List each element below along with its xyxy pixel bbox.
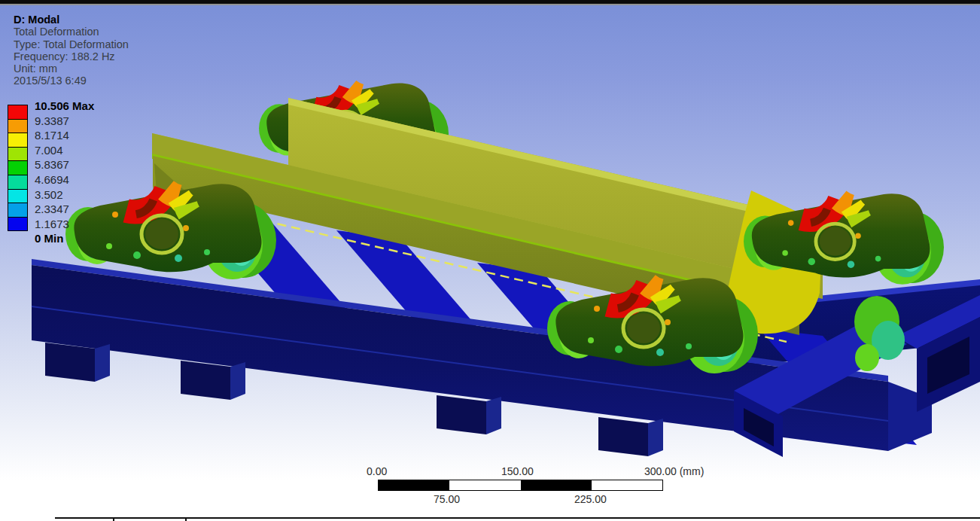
ruler-segment <box>521 480 592 490</box>
result-datetime: 2015/5/13 6:49 <box>14 75 129 87</box>
legend-min-label: 0 Min <box>35 232 125 245</box>
legend-swatch <box>8 133 28 148</box>
legend-label: 7.004 <box>35 144 125 157</box>
legend-label: 3.502 <box>35 188 125 202</box>
result-frequency: Frequency: 188.2 Hz <box>14 50 129 62</box>
legend-swatch <box>8 189 28 204</box>
legend-label: 2.3347 <box>35 203 125 216</box>
result-annotation: D: Modal Total Deformation Type: Total D… <box>14 14 129 87</box>
ruler-label-150: 150.00 <box>501 465 534 477</box>
window-top-bar-divider <box>0 4 980 5</box>
result-type: Type: Total Deformation <box>14 38 129 50</box>
legend-label: 9.3387 <box>35 114 125 128</box>
ruler-bar <box>378 480 663 491</box>
bottom-table-border <box>55 517 980 521</box>
model-3d-scene[interactable] <box>0 5 980 521</box>
legend-swatch <box>8 119 28 134</box>
ruler-label-225: 225.00 <box>574 493 607 505</box>
legend-swatch <box>8 147 28 162</box>
ruler-segment <box>379 480 449 490</box>
ruler-label-75: 75.00 <box>434 493 460 505</box>
ruler-segment <box>592 480 662 490</box>
ruler-segment <box>449 480 520 490</box>
legend-max-label: 10.506 Max <box>35 99 125 113</box>
legend-swatch <box>8 217 28 232</box>
legend-label: 5.8367 <box>35 158 125 172</box>
legend-label: 8.1714 <box>35 129 125 142</box>
analysis-title: D: Modal <box>14 14 129 26</box>
graphics-viewport[interactable]: D: Modal Total Deformation Type: Total D… <box>0 5 980 521</box>
legend-label: 4.6694 <box>35 173 125 187</box>
result-name: Total Deformation <box>14 26 129 38</box>
ruler-label-300: 300.00 (mm) <box>644 465 704 477</box>
legend-swatch <box>8 105 28 120</box>
legend-swatch <box>8 160 28 175</box>
legend-swatch <box>8 203 28 218</box>
ruler-label-0: 0.00 <box>367 465 387 477</box>
legend-label: 1.1673 <box>35 218 125 231</box>
legend-swatch <box>8 175 28 190</box>
legend-color-bar <box>8 105 28 231</box>
result-unit: Unit: mm <box>14 62 129 75</box>
